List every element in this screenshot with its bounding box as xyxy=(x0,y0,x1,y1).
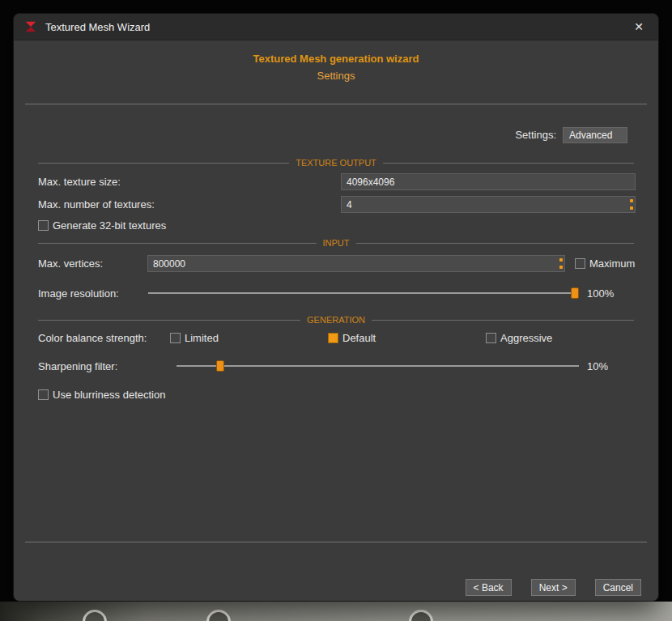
max-texture-size-field[interactable] xyxy=(341,173,636,190)
section-title: INPUT xyxy=(323,237,350,249)
checkbox-label: Default xyxy=(342,332,376,344)
color-balance-label: Color balance strength: xyxy=(38,330,147,347)
app-background: Textured Mesh Wizard ✕ Textured Mesh gen… xyxy=(0,0,672,621)
section-line xyxy=(356,243,635,244)
blurriness-detection-checkbox[interactable]: Use blurriness detection xyxy=(38,389,165,401)
max-textures-spinbox[interactable] xyxy=(341,196,636,213)
checkbox-box[interactable] xyxy=(328,333,338,343)
wizard-title: Textured Mesh generation wizard xyxy=(14,53,658,66)
sharpening-filter-value: 10% xyxy=(587,358,608,375)
settings-preset-select[interactable]: Advanced xyxy=(563,127,627,143)
settings-preset-label: Settings: xyxy=(515,127,556,143)
spin-down-icon[interactable] xyxy=(630,206,633,210)
section-header-input: INPUT xyxy=(38,237,634,249)
section-title: GENERATION xyxy=(307,314,365,325)
spin-down-icon[interactable] xyxy=(559,266,563,269)
back-button[interactable]: < Back xyxy=(466,579,512,596)
max-vertices-spinbox[interactable] xyxy=(147,255,565,272)
max-vertices-input[interactable] xyxy=(148,257,564,272)
control-point-marker xyxy=(83,610,107,621)
checkbox-label: Maximum xyxy=(589,257,635,270)
section-line xyxy=(372,320,634,321)
wizard-step-subtitle: Settings xyxy=(14,70,658,83)
section-line xyxy=(38,163,289,164)
section-title: TEXTURE OUTPUT xyxy=(296,157,376,168)
section-line xyxy=(38,243,317,244)
max-vertices-label: Max. vertices: xyxy=(38,255,103,272)
settings-preset-value: Advanced xyxy=(569,130,612,141)
wizard-footer: < Back Next > Cancel xyxy=(466,579,641,596)
spin-up-icon[interactable] xyxy=(559,258,563,262)
viewport-photo-strip xyxy=(0,602,672,621)
color-balance-default-checkbox[interactable]: Default xyxy=(328,332,376,344)
image-resolution-slider[interactable] xyxy=(148,285,579,301)
generate-32bit-checkbox[interactable]: Generate 32-bit textures xyxy=(38,219,166,232)
color-balance-aggressive-checkbox[interactable]: Aggressive xyxy=(486,332,552,344)
control-point-marker xyxy=(409,610,433,621)
cancel-button[interactable]: Cancel xyxy=(595,579,641,596)
slider-handle[interactable] xyxy=(216,360,224,372)
window-title: Textured Mesh Wizard xyxy=(45,21,150,33)
separator-top xyxy=(25,104,647,104)
dialog-titlebar: Textured Mesh Wizard ✕ xyxy=(14,14,658,40)
slider-track[interactable] xyxy=(177,365,579,367)
slider-track[interactable] xyxy=(148,292,579,294)
max-texture-size-input[interactable] xyxy=(342,175,635,190)
section-header-texture-output: TEXTURE OUTPUT xyxy=(38,157,634,168)
max-textures-label: Max. number of textures: xyxy=(38,196,155,213)
checkbox-label: Generate 32-bit textures xyxy=(53,219,166,232)
section-line xyxy=(38,320,300,321)
zephyr-logo-icon xyxy=(23,19,38,34)
sharpening-filter-label: Sharpening filter: xyxy=(38,358,117,375)
separator-bottom xyxy=(25,542,647,542)
checkbox-box[interactable] xyxy=(170,333,181,343)
slider-handle[interactable] xyxy=(571,287,579,299)
checkbox-label: Use blurriness detection xyxy=(53,389,165,401)
checkbox-box[interactable] xyxy=(486,333,496,343)
textured-mesh-wizard-dialog: Textured Mesh Wizard ✕ Textured Mesh gen… xyxy=(13,13,659,602)
checkbox-box[interactable] xyxy=(575,258,585,269)
checkbox-label: Limited xyxy=(185,332,219,344)
checkbox-label: Aggressive xyxy=(500,332,552,344)
sharpening-filter-slider[interactable] xyxy=(177,358,579,374)
spin-buttons[interactable] xyxy=(559,258,563,269)
checkbox-box[interactable] xyxy=(38,220,49,231)
max-texture-size-label: Max. texture size: xyxy=(38,173,121,190)
image-resolution-label: Image resolution: xyxy=(38,285,119,302)
section-line xyxy=(383,163,634,164)
maximum-checkbox[interactable]: Maximum xyxy=(575,257,635,270)
image-resolution-value: 100% xyxy=(587,285,614,302)
spin-buttons[interactable] xyxy=(629,199,633,210)
control-point-marker xyxy=(206,610,231,621)
spin-up-icon[interactable] xyxy=(630,199,633,202)
color-balance-limited-checkbox[interactable]: Limited xyxy=(170,332,219,344)
close-icon[interactable]: ✕ xyxy=(629,20,649,33)
section-header-generation: GENERATION xyxy=(38,314,634,325)
next-button[interactable]: Next > xyxy=(531,579,576,596)
checkbox-box[interactable] xyxy=(38,389,49,400)
max-textures-input[interactable] xyxy=(342,198,635,213)
